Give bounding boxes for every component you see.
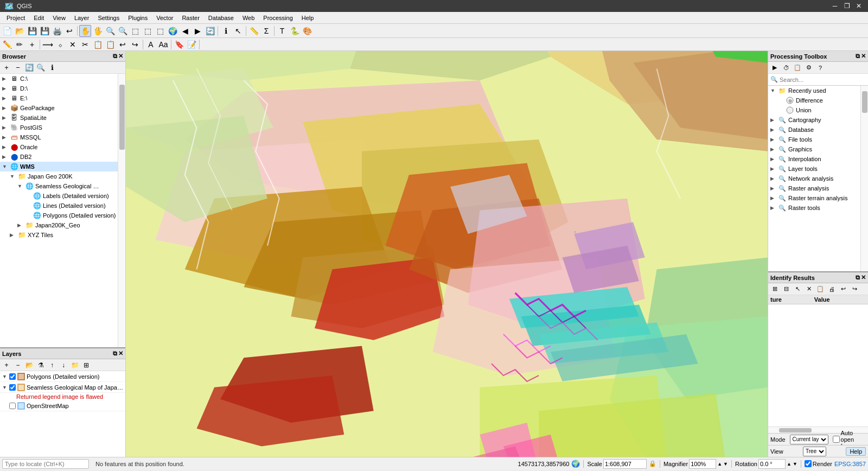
auto-open-checkbox[interactable] bbox=[833, 436, 840, 443]
browser-close-button[interactable]: ✕ bbox=[118, 53, 123, 60]
id-print-button[interactable]: 🖨 bbox=[826, 284, 837, 295]
minimize-button[interactable]: ─ bbox=[830, 1, 840, 11]
digitize-button[interactable]: ✏ bbox=[14, 39, 25, 50]
browser-item-mssql[interactable]: ▶ 🗃 MSSQL bbox=[0, 132, 118, 142]
browser-collapse-button[interactable]: − bbox=[12, 62, 23, 73]
identify-float-button[interactable]: ⧉ bbox=[856, 274, 860, 281]
pt-file-tools[interactable]: ▶ 🔍 File tools bbox=[768, 135, 860, 144]
rotation-arrow-down[interactable]: ▼ bbox=[793, 461, 797, 467]
id-redo-button[interactable]: ↪ bbox=[849, 284, 860, 295]
undo-edit-button[interactable]: ↩ bbox=[117, 39, 129, 50]
pt-layer-tools[interactable]: ▶ 🔍 Layer tools bbox=[768, 164, 860, 174]
layer-group-button[interactable]: 📁 bbox=[69, 360, 80, 371]
browser-add-button[interactable]: + bbox=[1, 62, 12, 73]
browser-item-postgis[interactable]: ▶ 🐘 PostGIS bbox=[0, 123, 118, 132]
browser-item-japan200k[interactable]: ▶ 📁 Japan200K_Geo bbox=[0, 220, 118, 230]
browser-item-geopackage[interactable]: ▶ 📦 GeoPackage bbox=[0, 103, 118, 113]
processing-float-button[interactable]: ⧉ bbox=[856, 53, 860, 60]
browser-item-xyz[interactable]: ▶ 📁 XYZ Tiles bbox=[0, 230, 118, 240]
identify-close-button[interactable]: ✕ bbox=[861, 274, 866, 281]
browser-info-button[interactable]: ℹ bbox=[47, 62, 58, 73]
pt-help-button[interactable]: ? bbox=[815, 62, 826, 73]
browser-item-japan-geo[interactable]: ▼ 📁 Japan Geo 200K bbox=[0, 171, 118, 181]
print-button[interactable]: 🖨️ bbox=[51, 25, 63, 37]
layer-down-button[interactable]: ↓ bbox=[58, 360, 69, 371]
measure-button[interactable]: 📏 bbox=[248, 25, 260, 37]
annotation-button[interactable]: 🔖 bbox=[173, 39, 185, 50]
magnifier-arrow-down[interactable]: ▼ bbox=[723, 461, 728, 467]
pt-cartography[interactable]: ▶ 🔍 Cartography bbox=[768, 115, 860, 125]
add-layer-button[interactable]: + bbox=[1, 360, 12, 371]
mode-select[interactable]: Current lay bbox=[790, 435, 828, 444]
layer-item-osm[interactable]: OpenStreetMap bbox=[0, 400, 125, 411]
zoom-last-button[interactable]: ◀ bbox=[179, 25, 191, 37]
menu-plugins[interactable]: Plugins bbox=[124, 14, 152, 22]
pt-raster-terrain[interactable]: ▶ 🔍 Raster terrain analysis bbox=[768, 193, 860, 203]
browser-item-wms[interactable]: ▼ 🌐 WMS bbox=[0, 162, 118, 171]
statistics-button[interactable]: Σ bbox=[260, 25, 272, 37]
browser-panel-tools[interactable]: ⧉ ✕ bbox=[113, 53, 123, 60]
processing-search-input[interactable] bbox=[780, 77, 866, 83]
rotation-input[interactable] bbox=[758, 459, 786, 469]
add-feature-button[interactable]: + bbox=[26, 39, 38, 50]
coordinate-icon[interactable]: 🌍 bbox=[571, 460, 580, 468]
rotation-arrow-up[interactable]: ▲ bbox=[787, 461, 792, 467]
label-edit-button[interactable]: Aa bbox=[157, 39, 169, 50]
refresh-button[interactable]: 🔄 bbox=[204, 25, 216, 37]
zoom-all-button[interactable]: 🌍 bbox=[167, 25, 178, 37]
move-feature-button[interactable]: ⟿ bbox=[42, 39, 54, 50]
map-area[interactable]: • bbox=[126, 51, 768, 457]
paste-features-button[interactable]: 📋 bbox=[104, 39, 116, 50]
pt-database[interactable]: ▶ 🔍 Database bbox=[768, 125, 860, 135]
pt-raster-tools[interactable]: ▶ 🔍 Raster tools bbox=[768, 203, 860, 213]
layer-item-seamless[interactable]: ▼ Seamless Geological Map of Japan ... bbox=[0, 382, 125, 393]
browser-float-button[interactable]: ⧉ bbox=[113, 53, 117, 60]
close-button[interactable]: ✕ bbox=[854, 1, 864, 11]
zoom-next-button[interactable]: ▶ bbox=[192, 25, 203, 37]
browser-item-e[interactable]: ▶ 🖥 E:\ bbox=[0, 93, 118, 103]
zoom-out-button[interactable]: 🔍 bbox=[117, 25, 129, 37]
open-layer-button[interactable]: 📂 bbox=[24, 360, 35, 371]
expand-all-button[interactable]: ⊞ bbox=[81, 360, 92, 371]
delete-selected-button[interactable]: ✕ bbox=[67, 39, 79, 50]
view-select[interactable]: Tree bbox=[803, 447, 826, 456]
save-as-button[interactable]: 💾 bbox=[39, 25, 50, 37]
menu-view[interactable]: View bbox=[48, 14, 70, 22]
magnifier-arrow-up[interactable]: ▲ bbox=[717, 461, 722, 467]
pt-options-button[interactable]: ⚙ bbox=[803, 62, 814, 73]
redo-edit-button[interactable]: ↪ bbox=[129, 39, 141, 50]
python-button[interactable]: 🐍 bbox=[289, 25, 301, 37]
browser-item-c[interactable]: ▶ 🖥 C:\ bbox=[0, 74, 118, 84]
browser-item-oracle[interactable]: ▶ ⬤ Oracle bbox=[0, 142, 118, 152]
pt-history-button[interactable]: ⏱ bbox=[781, 62, 792, 73]
menu-web[interactable]: Web bbox=[238, 14, 259, 22]
zoom-layer-button[interactable]: ⬚ bbox=[154, 25, 166, 37]
layer-up-button[interactable]: ↑ bbox=[47, 360, 58, 371]
render-checkbox[interactable] bbox=[805, 460, 812, 467]
locate-input[interactable] bbox=[2, 459, 89, 469]
help-button[interactable]: Help bbox=[846, 447, 866, 456]
browser-item-polygons-detailed[interactable]: 🌐 Polygons (Detailed version) bbox=[0, 211, 118, 220]
zoom-rubber-band-button[interactable]: ⬚ bbox=[129, 25, 141, 37]
browser-filter-button[interactable]: 🔍 bbox=[35, 62, 46, 73]
pt-union[interactable]: Union bbox=[768, 105, 860, 115]
pt-results-button[interactable]: 📋 bbox=[792, 62, 803, 73]
node-tool-button[interactable]: ⬦ bbox=[54, 39, 66, 50]
zoom-in-button[interactable]: 🔍 bbox=[104, 25, 116, 37]
select-button[interactable]: ↖ bbox=[232, 25, 244, 37]
identify-button[interactable]: ℹ bbox=[220, 25, 232, 37]
menu-edit[interactable]: Edit bbox=[29, 14, 48, 22]
menu-help[interactable]: Help bbox=[297, 14, 318, 22]
layer-item-polygons[interactable]: ▼ Polygons (Detailed version) bbox=[0, 371, 125, 382]
window-controls[interactable]: ─ ❐ ✕ bbox=[830, 1, 864, 11]
scale-input[interactable] bbox=[603, 459, 647, 469]
pt-interpolation[interactable]: ▶ 🔍 Interpolation bbox=[768, 154, 860, 164]
layers-float-button[interactable]: ⧉ bbox=[113, 350, 117, 357]
processing-panel-tools[interactable]: ⧉ ✕ bbox=[856, 53, 866, 60]
browser-item-spatialite[interactable]: ▶ 🗄 SpatiaLite bbox=[0, 113, 118, 123]
pt-network-analysis[interactable]: ▶ 🔍 Network analysis bbox=[768, 174, 860, 183]
filter-layer-button[interactable]: ⚗ bbox=[35, 360, 46, 371]
id-collapse-button[interactable]: ⊟ bbox=[781, 284, 792, 295]
id-copy-button[interactable]: 📋 bbox=[815, 284, 826, 295]
layer-visibility-checkbox[interactable] bbox=[9, 384, 16, 391]
